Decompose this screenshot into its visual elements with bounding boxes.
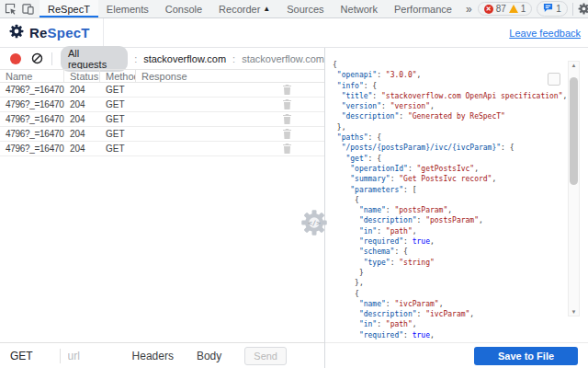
delete-request-icon[interactable] xyxy=(283,85,291,95)
code-line: { xyxy=(333,289,566,299)
more-tabs-chevron[interactable]: » xyxy=(460,0,478,17)
warning-icon xyxy=(509,5,518,13)
code-line: "description": "ivcParam", xyxy=(333,309,566,319)
filter-host-muted[interactable]: stackoverflow.com xyxy=(242,53,324,64)
code-line: "description": "Generated by ReSpecT" xyxy=(333,111,566,121)
body-button[interactable]: Body xyxy=(197,350,221,362)
filter-host[interactable]: stackoverflow.com xyxy=(143,53,226,64)
tab-respect[interactable]: ReSpecT xyxy=(40,0,98,17)
table-row[interactable]: 4796?_=16470...204GET xyxy=(0,127,324,142)
tab-elements[interactable]: Elements xyxy=(98,0,157,17)
code-scrollbar[interactable]: ▲ ▼ xyxy=(568,61,580,316)
code-line: "/posts/{postsParam}/ivc/{ivcParam}": { xyxy=(333,143,566,153)
scrollbar-thumb[interactable] xyxy=(570,77,578,185)
delete-request-icon[interactable] xyxy=(283,129,291,139)
cell-status: 204 xyxy=(64,99,100,109)
url-input[interactable] xyxy=(68,350,132,362)
tab-recorder[interactable]: Recorder▲ xyxy=(210,0,278,17)
manual-request-bar: GET Headers Body Send xyxy=(0,342,324,368)
delete-request-icon[interactable] xyxy=(283,114,291,124)
table-row[interactable]: 4796?_=16470...204GET xyxy=(0,142,324,156)
column-header-method[interactable]: Method xyxy=(100,70,136,82)
cell-response xyxy=(136,99,324,109)
tab-label: Performance xyxy=(394,4,452,15)
cell-response xyxy=(136,129,324,139)
record-button[interactable] xyxy=(10,53,21,64)
cell-status: 204 xyxy=(64,144,100,154)
method-select[interactable]: GET xyxy=(10,350,40,362)
cell-name: 4796?_=16470... xyxy=(0,144,64,154)
network-toolbar: All requests : stackoverflow.com : stack… xyxy=(0,48,324,69)
cell-response xyxy=(136,144,324,154)
respect-logo: ReSpecT xyxy=(0,18,104,47)
table-row[interactable]: 4796?_=16470...204GET xyxy=(0,98,324,112)
warning-count: 1 xyxy=(521,4,526,14)
code-editor: { "openapi": "3.0.0", "info": { "title":… xyxy=(333,60,566,340)
recorder-flask-icon: ▲ xyxy=(263,6,270,13)
settings-gear-icon[interactable] xyxy=(578,3,588,15)
table-row[interactable]: 4796?_=16470...204GET xyxy=(0,112,324,127)
column-header-status[interactable]: Status xyxy=(64,70,100,82)
delete-request-icon[interactable] xyxy=(283,144,291,154)
spec-panel: </> { "openapi": "3.0.0", "info": { "tit… xyxy=(324,48,588,368)
cell-response xyxy=(136,85,324,95)
scroll-up-icon[interactable]: ▲ xyxy=(569,63,579,68)
cell-name: 4796?_=16470... xyxy=(0,99,64,109)
leave-feedback-link[interactable]: Leave feedback xyxy=(509,28,581,39)
cell-method: GET xyxy=(100,99,136,109)
scroll-down-icon[interactable]: ▼ xyxy=(569,309,579,315)
filter-separator: : xyxy=(134,53,137,64)
divider xyxy=(51,52,52,65)
tab-performance[interactable]: Performance xyxy=(386,0,460,17)
inspect-element-icon[interactable] xyxy=(5,3,17,15)
devtools-tab-bar: ReSpecTElementsConsoleRecorder▲SourcesNe… xyxy=(0,0,588,18)
save-row: Save to File xyxy=(325,342,588,368)
console-errors-warnings-badge[interactable]: ✕ 87 1 xyxy=(478,2,533,16)
divider xyxy=(60,349,61,363)
save-to-file-button[interactable]: Save to File xyxy=(474,347,578,365)
tab-label: Network xyxy=(341,4,378,15)
code-line: "required": true, xyxy=(333,330,566,340)
send-button[interactable]: Send xyxy=(244,347,287,365)
code-line: "required": true, xyxy=(333,236,566,247)
column-header-name[interactable]: Name xyxy=(0,70,64,82)
openapi-code-viewer[interactable]: { "openapi": "3.0.0", "info": { "title":… xyxy=(325,48,588,342)
clear-icon[interactable] xyxy=(31,52,43,64)
tab-network[interactable]: Network xyxy=(333,0,386,17)
cell-status: 204 xyxy=(64,85,100,95)
code-line: }, xyxy=(333,122,566,132)
table-header: Name Status Method Response xyxy=(0,69,324,83)
code-line: "title": "stackoverflow.com OpenApi spec… xyxy=(333,91,566,101)
extension-header: ReSpecT Leave feedback xyxy=(0,18,588,48)
respect-watermark-gear-icon: </> xyxy=(300,209,328,240)
code-line: "name": "postsParam", xyxy=(333,205,566,215)
code-checkbox[interactable] xyxy=(548,73,560,86)
tab-label: Console xyxy=(165,4,202,15)
code-line: { xyxy=(333,195,566,205)
tab-label: Recorder xyxy=(219,4,260,15)
requests-table: Name Status Method Response 4796?_=16470… xyxy=(0,69,324,156)
code-line: "info": { xyxy=(333,81,566,91)
filter-all-requests[interactable]: All requests xyxy=(61,46,128,72)
issues-badge[interactable]: 1 xyxy=(537,1,568,17)
code-line: "in": "path", xyxy=(333,226,566,236)
column-header-response[interactable]: Response xyxy=(136,70,324,82)
tab-console[interactable]: Console xyxy=(157,0,210,17)
requests-panel: All requests : stackoverflow.com : stack… xyxy=(0,48,324,368)
table-row[interactable]: 4796?_=16470...204GET xyxy=(0,83,324,98)
device-toolbar-icon[interactable] xyxy=(22,3,34,15)
cell-name: 4796?_=16470... xyxy=(0,129,64,139)
devtools-tabs: ReSpecTElementsConsoleRecorder▲SourcesNe… xyxy=(40,0,460,17)
code-line: "schema": { xyxy=(333,247,566,257)
svg-text:</>: </> xyxy=(308,219,321,227)
tab-sources[interactable]: Sources xyxy=(278,0,332,17)
headers-button[interactable]: Headers xyxy=(132,350,174,362)
code-line: }, xyxy=(333,278,566,288)
code-line: "parameters": [ xyxy=(333,185,566,195)
cell-name: 4796?_=16470... xyxy=(0,114,64,124)
code-line: "description": "postsParam", xyxy=(333,215,566,225)
delete-request-icon[interactable] xyxy=(283,99,291,109)
tab-label: ReSpecT xyxy=(48,4,90,15)
cell-method: GET xyxy=(100,129,136,139)
error-count: 87 xyxy=(496,4,506,14)
